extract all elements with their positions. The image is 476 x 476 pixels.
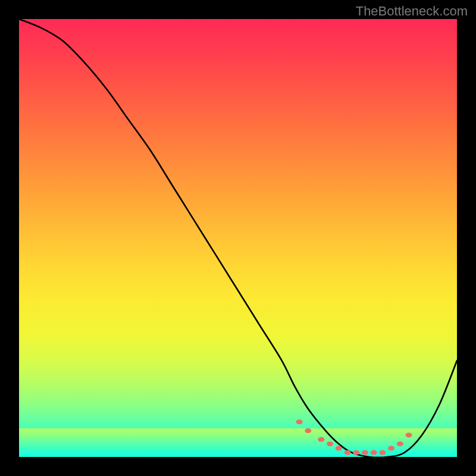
- marker-dot: [371, 450, 377, 455]
- marker-dot: [353, 450, 359, 455]
- chart-svg: [19, 19, 457, 457]
- chart-outer-frame: TheBottleneck.com: [0, 0, 476, 476]
- marker-dot: [397, 441, 403, 446]
- optimal-range-markers: [296, 419, 412, 455]
- marker-dot: [318, 437, 324, 442]
- marker-dot: [388, 446, 394, 450]
- chart-plot-area: [19, 19, 457, 457]
- marker-dot: [362, 450, 368, 455]
- bottleneck-curve-line: [19, 19, 457, 457]
- marker-dot: [296, 419, 303, 424]
- marker-dot: [379, 450, 386, 455]
- marker-dot: [305, 428, 311, 433]
- marker-dot: [327, 441, 333, 446]
- marker-dot: [336, 446, 342, 450]
- attribution-text: TheBottleneck.com: [356, 4, 468, 19]
- marker-dot: [406, 433, 412, 437]
- marker-dot: [345, 450, 351, 455]
